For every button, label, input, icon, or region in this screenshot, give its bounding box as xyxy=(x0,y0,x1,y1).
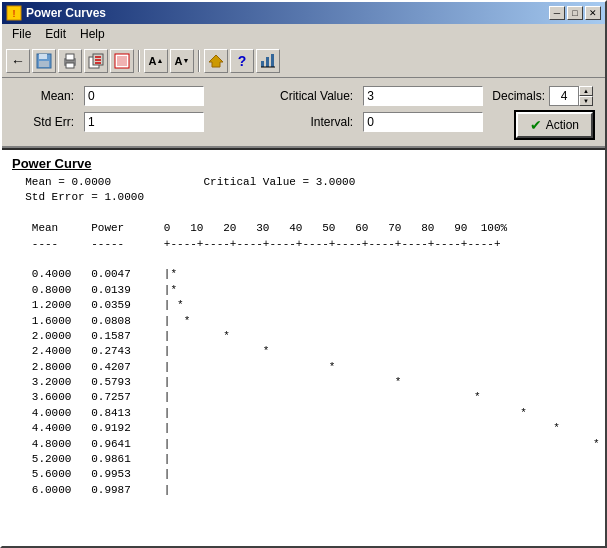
critical-value-input[interactable] xyxy=(363,86,483,106)
menubar: File Edit Help xyxy=(2,24,605,44)
form-area: Mean: Std Err: Critical Value: Interval: xyxy=(2,78,605,148)
minimize-button[interactable]: ─ xyxy=(549,6,565,20)
back-button[interactable]: ← xyxy=(6,49,30,73)
copy-button[interactable] xyxy=(84,49,108,73)
toolbar-separator-1 xyxy=(138,50,140,72)
toolbar: ← xyxy=(2,44,605,78)
window-title: Power Curves xyxy=(26,6,106,20)
title-bar-left: ! Power Curves xyxy=(6,5,106,21)
menu-help[interactable]: Help xyxy=(74,26,111,42)
svg-rect-6 xyxy=(66,54,74,60)
svg-rect-18 xyxy=(271,54,274,67)
svg-rect-7 xyxy=(66,63,74,68)
svg-rect-16 xyxy=(261,61,264,67)
output-area: Power Curve Mean = 0.0000 Critical Value… xyxy=(2,148,605,546)
stderr-input[interactable] xyxy=(84,112,204,132)
stderr-label: Std Err: xyxy=(14,115,74,129)
spin-buttons: ▲ ▼ xyxy=(579,86,593,106)
decimals-input-wrap: ▲ ▼ xyxy=(549,86,593,106)
spin-down-button[interactable]: ▼ xyxy=(579,96,593,106)
print-button[interactable] xyxy=(58,49,82,73)
action-button[interactable]: ✔ Action xyxy=(516,112,593,138)
interval-label: Interval: xyxy=(263,115,353,129)
svg-rect-3 xyxy=(39,54,47,59)
home-button[interactable] xyxy=(204,49,228,73)
svg-rect-4 xyxy=(39,61,49,67)
svg-rect-14 xyxy=(117,56,127,66)
svg-marker-15 xyxy=(209,55,223,67)
menu-file[interactable]: File xyxy=(6,26,37,42)
decimals-input[interactable] xyxy=(549,86,579,106)
action-label: Action xyxy=(546,118,579,132)
font-increase-button[interactable]: A▲ xyxy=(144,49,168,73)
font-decrease-button[interactable]: A▼ xyxy=(170,49,194,73)
close-button[interactable]: ✕ xyxy=(585,6,601,20)
critical-value-row: Critical Value: xyxy=(263,86,492,106)
interval-input[interactable] xyxy=(363,112,483,132)
svg-rect-17 xyxy=(266,57,269,67)
stderr-row: Std Err: xyxy=(14,112,243,132)
main-window: ! Power Curves ─ □ ✕ File Edit Help ← xyxy=(0,0,607,548)
menu-edit[interactable]: Edit xyxy=(39,26,72,42)
form-right: Decimals: ▲ ▼ ✔ Action xyxy=(492,86,593,138)
save-button[interactable] xyxy=(32,49,56,73)
mean-label: Mean: xyxy=(14,89,74,103)
svg-text:!: ! xyxy=(11,9,17,20)
app-icon: ! xyxy=(6,5,22,21)
toolbar-separator-2 xyxy=(198,50,200,72)
maximize-button[interactable]: □ xyxy=(567,6,583,20)
title-buttons: ─ □ ✕ xyxy=(549,6,601,20)
output-title: Power Curve xyxy=(12,156,595,171)
stats-button[interactable] xyxy=(256,49,280,73)
select-button[interactable] xyxy=(110,49,134,73)
mean-row: Mean: xyxy=(14,86,243,106)
spin-up-button[interactable]: ▲ xyxy=(579,86,593,96)
critical-value-label: Critical Value: xyxy=(263,89,353,103)
check-icon: ✔ xyxy=(530,117,542,133)
output-content: Mean = 0.0000 Critical Value = 3.0000 St… xyxy=(12,175,595,498)
mean-input[interactable] xyxy=(84,86,204,106)
decimals-row: Decimals: ▲ ▼ xyxy=(492,86,593,106)
title-bar: ! Power Curves ─ □ ✕ xyxy=(2,2,605,24)
help-button[interactable]: ? xyxy=(230,49,254,73)
interval-row: Interval: xyxy=(263,112,492,132)
decimals-label: Decimals: xyxy=(492,89,545,103)
